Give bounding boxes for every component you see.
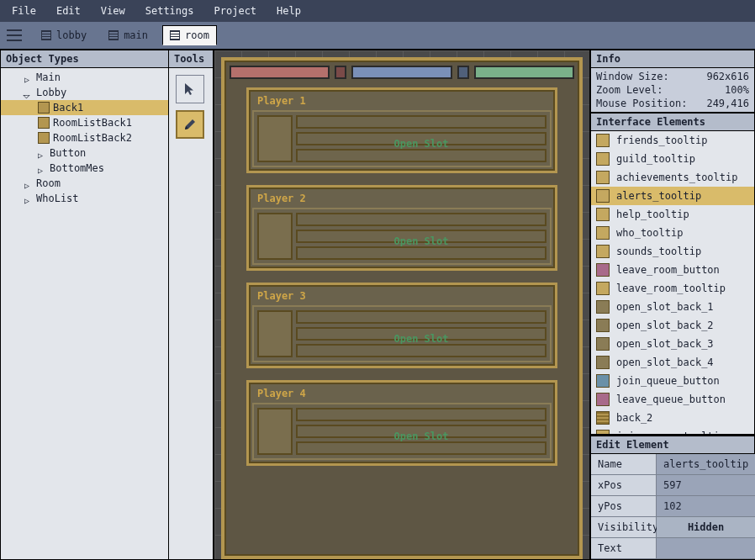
tooltip-icon [596,152,610,166]
edit-value-xpos[interactable]: 597 [657,475,755,496]
ie-item-join_queue_button[interactable]: join_queue_button [591,372,754,390]
edit-element-panel: Edit Element Namealerts_tooltipxPos597yP… [590,435,755,560]
caret-icon[interactable] [38,164,46,172]
caret-icon[interactable] [24,194,33,203]
document-icon [41,30,51,40]
caret-icon[interactable] [24,73,33,82]
edit-value-name[interactable]: alerts_tooltip [657,454,755,475]
info-mouse: 249,416 [706,98,749,109]
tooltip-icon [596,171,610,184]
ie-item-open_slot_back_4[interactable]: open_slot_back_4 [591,353,754,372]
open-slot-label: Open Slot [296,230,546,243]
ie-item-open_slot_back_1[interactable]: open_slot_back_1 [591,298,754,316]
tooltip-icon [596,189,610,203]
caret-icon[interactable] [24,179,33,188]
game-frame: Player 1Open SlotPlayer 2Open SlotPlayer… [221,57,583,559]
caret-icon[interactable] [24,88,33,97]
color-swatch-icon [38,117,50,129]
tree-item-button[interactable]: Button [1,145,168,161]
tree-item-roomlistback1[interactable]: RoomListBack1 [1,115,168,130]
tree-item-wholist[interactable]: WhoList [1,191,168,206]
player-avatar [257,310,293,357]
tree-label: Main [36,71,61,83]
ie-item-open_slot_back_2[interactable]: open_slot_back_2 [591,316,754,335]
ie-item-alerts_tooltip[interactable]: alerts_tooltip [591,187,754,205]
ie-item-join_queue_tooltip[interactable]: join_queue_tooltip [591,427,754,434]
menu-project[interactable]: Project [206,2,266,20]
tree-label: Lobby [36,87,66,98]
ie-label: join_queue_button [616,375,720,387]
menu-settings[interactable]: Settings [137,2,203,20]
player-card[interactable]: Player 3Open Slot [246,283,557,368]
ie-item-leave_room_button[interactable]: leave_room_button [591,261,754,279]
tools-title: Tools [169,50,213,68]
ie-item-leave_queue_button[interactable]: leave_queue_button [591,390,754,409]
tab-label: main [124,29,148,41]
tree-label: BottomMes [50,162,104,174]
canvas-viewport[interactable]: Player 1Open SlotPlayer 2Open SlotPlayer… [214,50,590,560]
ie-item-sounds_tooltip[interactable]: sounds_tooltip [591,242,754,261]
menu-file[interactable]: File [3,2,45,20]
tree-item-bottommes[interactable]: BottomMes [1,161,168,176]
player-card[interactable]: Player 1Open Slot [246,87,557,173]
ie-item-leave_room_tooltip[interactable]: leave_room_tooltip [591,279,754,298]
player-card[interactable]: Player 4Open Slot [246,380,557,466]
ie-label: join_queue_tooltip [616,431,726,434]
back-icon [596,411,610,425]
tab-room[interactable]: room [162,25,217,45]
tree-item-back1[interactable]: Back1 [1,100,168,115]
tree-item-room[interactable]: Room [1,176,168,191]
info-window-size: 962x616 [706,71,749,82]
player-card[interactable]: Player 2Open Slot [246,185,557,271]
player-avatar [257,115,293,162]
tooltip-icon [596,208,610,221]
ie-item-back_2[interactable]: back_2 [591,409,754,427]
ie-label: open_slot_back_4 [616,357,714,368]
player-name: Player 3 [252,288,552,304]
button-icon [596,337,610,351]
tree-item-lobby[interactable]: Lobby [1,85,168,100]
interface-elements-panel: Interface Elements friends_tooltipguild_… [590,113,755,435]
tab-lobby[interactable]: lobby [34,25,94,45]
tooltip-icon [596,430,610,434]
tree-label: Room [36,177,61,189]
button-icon [596,300,610,314]
tree-label: Back1 [53,102,83,114]
info-zoom-label: Zoom Level: [596,84,663,96]
edit-value-visibility[interactable]: Hidden [657,517,755,538]
pencil-tool[interactable] [176,110,204,139]
tree-item-main[interactable]: Main [1,70,168,85]
ie-item-help_tooltip[interactable]: help_tooltip [591,205,754,224]
caret-icon[interactable] [38,149,46,157]
tabbar-menu-icon[interactable] [7,29,22,41]
tooltip-icon [596,134,610,147]
ie-label: open_slot_back_1 [616,301,714,313]
ie-item-friends_tooltip[interactable]: friends_tooltip [591,131,754,150]
tooltip-icon [596,245,610,258]
ie-item-who_tooltip[interactable]: who_tooltip [591,224,754,242]
ie-label: guild_tooltip [616,153,695,165]
interface-elements-title: Interface Elements [591,114,754,131]
pointer-tool[interactable] [176,75,204,103]
pencil-icon [182,117,198,132]
button-icon [596,356,610,369]
tree-item-roomlistback2[interactable]: RoomListBack2 [1,130,168,145]
tooltip-icon [596,282,610,295]
tab-main[interactable]: main [101,25,156,45]
object-types-panel: Object Types MainLobbyBack1RoomListBack1… [0,50,168,560]
ie-item-guild_tooltip[interactable]: guild_tooltip [591,150,754,168]
edit-label-ypos: yPos [591,496,657,517]
menu-help[interactable]: Help [268,2,309,20]
ie-label: friends_tooltip [616,135,707,146]
ie-label: achievements_tooltip [616,172,738,183]
button-icon [596,319,610,332]
tree-label: RoomListBack2 [53,132,132,144]
menu-edit[interactable]: Edit [48,2,89,20]
ie-label: who_tooltip [616,227,683,239]
info-title: Info [591,50,754,68]
edit-value-ypos[interactable]: 102 [657,496,755,517]
edit-value-text[interactable] [657,538,755,559]
ie-item-achievements_tooltip[interactable]: achievements_tooltip [591,168,754,187]
menu-view[interactable]: View [92,2,134,20]
ie-item-open_slot_back_3[interactable]: open_slot_back_3 [591,335,754,353]
